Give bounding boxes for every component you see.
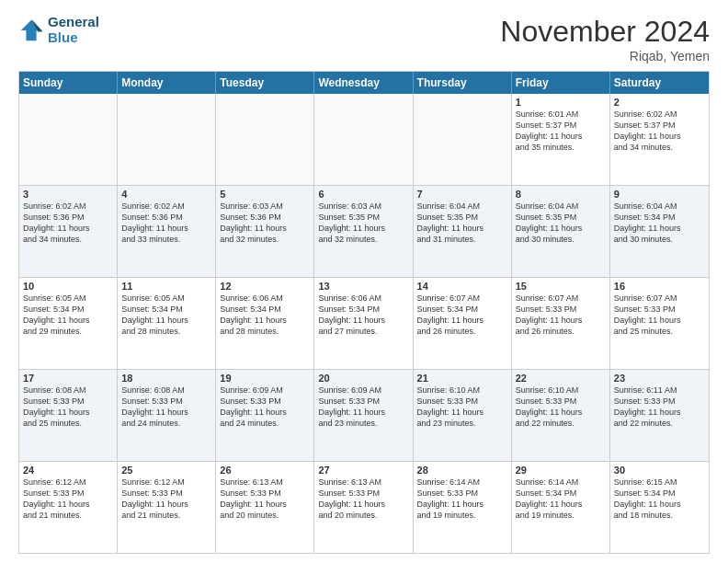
day-info: Sunrise: 6:10 AMSunset: 5:33 PMDaylight:… bbox=[417, 385, 507, 430]
day-info: Sunrise: 6:02 AMSunset: 5:36 PMDaylight:… bbox=[23, 201, 113, 246]
calendar: Sunday Monday Tuesday Wednesday Thursday… bbox=[18, 71, 710, 554]
calendar-cell-r4-c5: 29Sunrise: 6:14 AMSunset: 5:34 PMDayligh… bbox=[512, 462, 610, 553]
calendar-row-2: 10Sunrise: 6:05 AMSunset: 5:34 PMDayligh… bbox=[19, 278, 709, 370]
day-number: 23 bbox=[614, 373, 705, 384]
day-number: 28 bbox=[417, 465, 507, 476]
day-number: 22 bbox=[516, 373, 606, 384]
day-number: 26 bbox=[220, 465, 310, 476]
calendar-cell-r3-c0: 17Sunrise: 6:08 AMSunset: 5:33 PMDayligh… bbox=[19, 370, 118, 461]
title-area: November 2024 Riqab, Yemen bbox=[500, 15, 710, 63]
calendar-cell-r2-c0: 10Sunrise: 6:05 AMSunset: 5:34 PMDayligh… bbox=[19, 278, 118, 369]
day-number: 21 bbox=[417, 373, 507, 384]
calendar-row-3: 17Sunrise: 6:08 AMSunset: 5:33 PMDayligh… bbox=[19, 370, 709, 462]
day-info: Sunrise: 6:04 AMSunset: 5:35 PMDaylight:… bbox=[516, 201, 606, 246]
day-info: Sunrise: 6:09 AMSunset: 5:33 PMDaylight:… bbox=[220, 385, 310, 430]
logo-icon bbox=[18, 17, 44, 43]
header-thursday: Thursday bbox=[414, 72, 512, 94]
day-number: 4 bbox=[121, 189, 211, 200]
calendar-row-4: 24Sunrise: 6:12 AMSunset: 5:33 PMDayligh… bbox=[19, 462, 709, 553]
header-saturday: Saturday bbox=[610, 72, 709, 94]
header-monday: Monday bbox=[118, 72, 216, 94]
day-number: 24 bbox=[23, 465, 113, 476]
logo: General Blue bbox=[18, 15, 99, 45]
day-number: 19 bbox=[220, 373, 310, 384]
day-info: Sunrise: 6:07 AMSunset: 5:34 PMDaylight:… bbox=[417, 293, 507, 338]
day-info: Sunrise: 6:05 AMSunset: 5:34 PMDaylight:… bbox=[23, 293, 113, 338]
day-info: Sunrise: 6:13 AMSunset: 5:33 PMDaylight:… bbox=[220, 477, 310, 522]
calendar-cell-r2-c2: 12Sunrise: 6:06 AMSunset: 5:34 PMDayligh… bbox=[216, 278, 314, 369]
day-info: Sunrise: 6:03 AMSunset: 5:35 PMDaylight:… bbox=[318, 201, 408, 246]
calendar-cell-r1-c6: 9Sunrise: 6:04 AMSunset: 5:34 PMDaylight… bbox=[610, 186, 709, 277]
day-info: Sunrise: 6:04 AMSunset: 5:35 PMDaylight:… bbox=[417, 201, 507, 246]
calendar-cell-r1-c0: 3Sunrise: 6:02 AMSunset: 5:36 PMDaylight… bbox=[19, 186, 118, 277]
calendar-cell-r1-c5: 8Sunrise: 6:04 AMSunset: 5:35 PMDaylight… bbox=[512, 186, 610, 277]
header-friday: Friday bbox=[512, 72, 610, 94]
header-tuesday: Tuesday bbox=[216, 72, 314, 94]
header-wednesday: Wednesday bbox=[314, 72, 413, 94]
day-info: Sunrise: 6:12 AMSunset: 5:33 PMDaylight:… bbox=[121, 477, 211, 522]
day-info: Sunrise: 6:01 AMSunset: 5:37 PMDaylight:… bbox=[516, 109, 606, 154]
calendar-cell-r4-c1: 25Sunrise: 6:12 AMSunset: 5:33 PMDayligh… bbox=[118, 462, 216, 553]
day-info: Sunrise: 6:06 AMSunset: 5:34 PMDaylight:… bbox=[220, 293, 310, 338]
calendar-cell-r4-c3: 27Sunrise: 6:13 AMSunset: 5:33 PMDayligh… bbox=[314, 462, 413, 553]
day-number: 14 bbox=[417, 281, 507, 292]
calendar-row-1: 3Sunrise: 6:02 AMSunset: 5:36 PMDaylight… bbox=[19, 186, 709, 278]
day-info: Sunrise: 6:03 AMSunset: 5:36 PMDaylight:… bbox=[220, 201, 310, 246]
month-title: November 2024 bbox=[500, 15, 710, 49]
logo-general: General bbox=[48, 15, 99, 30]
day-info: Sunrise: 6:07 AMSunset: 5:33 PMDaylight:… bbox=[614, 293, 705, 338]
day-number: 5 bbox=[220, 189, 310, 200]
day-number: 11 bbox=[121, 281, 211, 292]
day-number: 6 bbox=[318, 189, 408, 200]
day-number: 15 bbox=[516, 281, 606, 292]
calendar-cell-r0-c3 bbox=[314, 94, 413, 185]
day-number: 17 bbox=[23, 373, 113, 384]
calendar-cell-r1-c1: 4Sunrise: 6:02 AMSunset: 5:36 PMDaylight… bbox=[118, 186, 216, 277]
calendar-cell-r4-c6: 30Sunrise: 6:15 AMSunset: 5:34 PMDayligh… bbox=[610, 462, 709, 553]
day-number: 2 bbox=[614, 97, 705, 108]
calendar-cell-r4-c0: 24Sunrise: 6:12 AMSunset: 5:33 PMDayligh… bbox=[19, 462, 118, 553]
calendar-cell-r2-c6: 16Sunrise: 6:07 AMSunset: 5:33 PMDayligh… bbox=[610, 278, 709, 369]
day-info: Sunrise: 6:12 AMSunset: 5:33 PMDaylight:… bbox=[23, 477, 113, 522]
calendar-cell-r1-c3: 6Sunrise: 6:03 AMSunset: 5:35 PMDaylight… bbox=[314, 186, 413, 277]
day-info: Sunrise: 6:10 AMSunset: 5:33 PMDaylight:… bbox=[516, 385, 606, 430]
day-info: Sunrise: 6:06 AMSunset: 5:34 PMDaylight:… bbox=[318, 293, 408, 338]
day-number: 16 bbox=[614, 281, 705, 292]
day-info: Sunrise: 6:08 AMSunset: 5:33 PMDaylight:… bbox=[23, 385, 113, 430]
calendar-cell-r0-c2 bbox=[216, 94, 314, 185]
day-info: Sunrise: 6:02 AMSunset: 5:37 PMDaylight:… bbox=[614, 109, 705, 154]
day-number: 29 bbox=[516, 465, 606, 476]
calendar-cell-r2-c5: 15Sunrise: 6:07 AMSunset: 5:33 PMDayligh… bbox=[512, 278, 610, 369]
day-info: Sunrise: 6:07 AMSunset: 5:33 PMDaylight:… bbox=[516, 293, 606, 338]
day-info: Sunrise: 6:09 AMSunset: 5:33 PMDaylight:… bbox=[318, 385, 408, 430]
logo-blue: Blue bbox=[48, 30, 99, 46]
calendar-cell-r3-c6: 23Sunrise: 6:11 AMSunset: 5:33 PMDayligh… bbox=[610, 370, 709, 461]
day-info: Sunrise: 6:08 AMSunset: 5:33 PMDaylight:… bbox=[121, 385, 211, 430]
day-number: 20 bbox=[318, 373, 408, 384]
day-number: 30 bbox=[614, 465, 705, 476]
calendar-cell-r4-c4: 28Sunrise: 6:14 AMSunset: 5:33 PMDayligh… bbox=[414, 462, 512, 553]
day-number: 27 bbox=[318, 465, 408, 476]
calendar-cell-r1-c2: 5Sunrise: 6:03 AMSunset: 5:36 PMDaylight… bbox=[216, 186, 314, 277]
calendar-header: Sunday Monday Tuesday Wednesday Thursday… bbox=[19, 72, 709, 94]
header-sunday: Sunday bbox=[19, 72, 118, 94]
location: Riqab, Yemen bbox=[500, 49, 710, 63]
calendar-cell-r0-c5: 1Sunrise: 6:01 AMSunset: 5:37 PMDaylight… bbox=[512, 94, 610, 185]
calendar-cell-r2-c4: 14Sunrise: 6:07 AMSunset: 5:34 PMDayligh… bbox=[414, 278, 512, 369]
day-info: Sunrise: 6:14 AMSunset: 5:33 PMDaylight:… bbox=[417, 477, 507, 522]
day-info: Sunrise: 6:15 AMSunset: 5:34 PMDaylight:… bbox=[614, 477, 705, 522]
day-number: 8 bbox=[516, 189, 606, 200]
calendar-cell-r3-c2: 19Sunrise: 6:09 AMSunset: 5:33 PMDayligh… bbox=[216, 370, 314, 461]
day-number: 1 bbox=[516, 97, 606, 108]
day-info: Sunrise: 6:13 AMSunset: 5:33 PMDaylight:… bbox=[318, 477, 408, 522]
header: General Blue November 2024 Riqab, Yemen bbox=[18, 15, 710, 63]
calendar-cell-r3-c4: 21Sunrise: 6:10 AMSunset: 5:33 PMDayligh… bbox=[414, 370, 512, 461]
calendar-cell-r0-c4 bbox=[414, 94, 512, 185]
calendar-body: 1Sunrise: 6:01 AMSunset: 5:37 PMDaylight… bbox=[19, 94, 709, 553]
calendar-cell-r0-c6: 2Sunrise: 6:02 AMSunset: 5:37 PMDaylight… bbox=[610, 94, 709, 185]
page: General Blue November 2024 Riqab, Yemen … bbox=[0, 0, 728, 563]
day-number: 25 bbox=[121, 465, 211, 476]
day-info: Sunrise: 6:14 AMSunset: 5:34 PMDaylight:… bbox=[516, 477, 606, 522]
calendar-cell-r2-c3: 13Sunrise: 6:06 AMSunset: 5:34 PMDayligh… bbox=[314, 278, 413, 369]
calendar-cell-r3-c3: 20Sunrise: 6:09 AMSunset: 5:33 PMDayligh… bbox=[314, 370, 413, 461]
